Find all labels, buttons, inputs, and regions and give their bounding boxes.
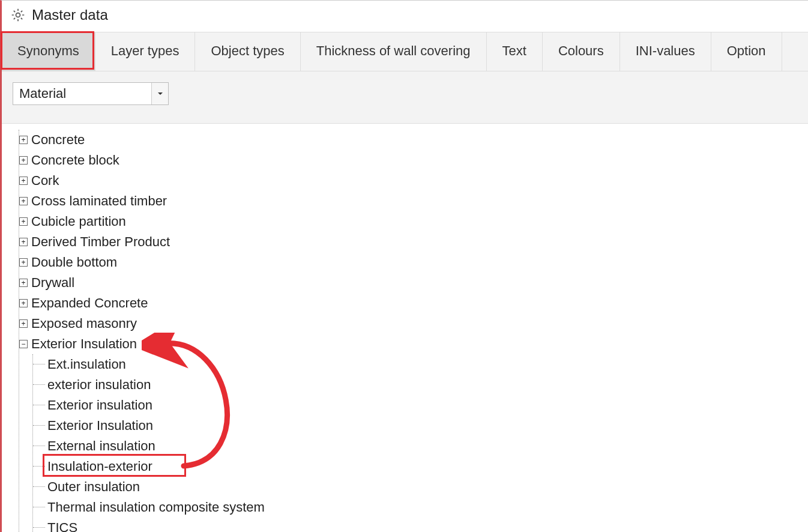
- tree-node-label: Cross laminated timber: [30, 191, 168, 211]
- tree-child-item[interactable]: TICS: [33, 518, 808, 532]
- collapse-icon[interactable]: −: [19, 340, 28, 348]
- tree-child-item[interactable]: exterior insulation: [33, 375, 808, 395]
- material-tree: +Concrete+Concrete block+Cork+Cross lami…: [19, 130, 808, 532]
- tree-child-item[interactable]: Ext.insulation: [33, 354, 808, 375]
- tree-node-label: Cork: [30, 171, 60, 191]
- tab-text[interactable]: Text: [487, 32, 543, 71]
- tree-node-label: Cubicle partition: [30, 211, 127, 232]
- tree-item[interactable]: +Cross laminated timber: [19, 191, 808, 211]
- master-data-window: Master data SynonymsLayer typesObject ty…: [0, 0, 808, 532]
- tree-node-label: Ext.insulation: [46, 354, 127, 375]
- tree-node-label: Thermal insulation composite system: [46, 497, 266, 518]
- tree-item[interactable]: +Concrete: [19, 130, 808, 150]
- tree-node-label: Derived Timber Product: [30, 232, 171, 252]
- tab-label: Colours: [558, 43, 604, 58]
- tree-area: +Concrete+Concrete block+Cork+Cross lami…: [2, 124, 808, 532]
- tab-label: Text: [502, 43, 526, 58]
- tree-item[interactable]: +Derived Timber Product: [19, 232, 808, 252]
- tree-child-item[interactable]: External insulation: [33, 436, 808, 456]
- tree-item[interactable]: +Expanded Concrete: [19, 293, 808, 313]
- tab-option[interactable]: Option: [711, 32, 782, 71]
- tree-node-label: Outer insulation: [46, 477, 141, 497]
- tree-node-label: Concrete block: [30, 150, 121, 171]
- tree-item[interactable]: +Drywall: [19, 273, 808, 293]
- tree-child-item[interactable]: Exterior insulation: [33, 395, 808, 416]
- tree-node-label: Expanded Concrete: [30, 293, 149, 313]
- titlebar: Master data: [2, 1, 808, 32]
- tree-node-label: Insulation-exterior: [46, 456, 154, 477]
- tree-node-label: Drywall: [30, 273, 76, 293]
- tab-ini-values[interactable]: INI-values: [620, 32, 711, 71]
- tree-node-label: Exposed masonry: [30, 313, 138, 334]
- tab-label: Option: [727, 43, 766, 58]
- tree-node-label: TICS: [46, 518, 79, 532]
- tree-children: Ext.insulationexterior insulationExterio…: [32, 354, 808, 532]
- tree-item[interactable]: +Exposed masonry: [19, 313, 808, 334]
- tree-item[interactable]: +Double bottom: [19, 252, 808, 273]
- tab-thickness-of-wall-covering[interactable]: Thickness of wall covering: [301, 32, 487, 71]
- gear-icon: [10, 7, 26, 23]
- material-filter-value: Material: [13, 83, 151, 104]
- tree-child-item[interactable]: Insulation-exterior: [33, 456, 808, 477]
- tab-object-types[interactable]: Object types: [195, 32, 300, 71]
- material-filter-combo[interactable]: Material: [13, 82, 169, 105]
- tab-label: Object types: [211, 43, 284, 58]
- tab-layer-types[interactable]: Layer types: [95, 32, 196, 71]
- tab-colours[interactable]: Colours: [543, 32, 620, 71]
- tree-item[interactable]: −Exterior Insulation: [19, 334, 808, 354]
- tree-child-item[interactable]: Thermal insulation composite system: [33, 497, 808, 518]
- tab-synonyms[interactable]: Synonyms: [2, 32, 95, 71]
- tree-node-label: Exterior insulation: [46, 395, 154, 416]
- tab-label: Layer types: [111, 43, 179, 58]
- filterbar: Material: [2, 71, 808, 124]
- tree-node-label: Exterior Insulation: [30, 334, 138, 354]
- tree-node-label: Double bottom: [30, 252, 118, 273]
- tree-item[interactable]: +Concrete block: [19, 150, 808, 171]
- tree-node-label: exterior insulation: [46, 375, 152, 395]
- tree-child-item[interactable]: Outer insulation: [33, 477, 808, 497]
- tab-label: Synonyms: [17, 43, 79, 58]
- tree-child-item[interactable]: Exterior Insulation: [33, 416, 808, 436]
- tree-node-label: Concrete: [30, 130, 86, 150]
- tree-node-label: External insulation: [46, 436, 157, 456]
- tab-label: Thickness of wall covering: [316, 43, 471, 58]
- tree-item[interactable]: +Cubicle partition: [19, 211, 808, 232]
- dropdown-button[interactable]: [151, 83, 168, 104]
- tree-node-label: Exterior Insulation: [46, 416, 154, 436]
- svg-point-0: [16, 13, 20, 17]
- tree-item[interactable]: +Cork: [19, 171, 808, 191]
- tab-label: INI-values: [636, 43, 695, 58]
- window-title: Master data: [32, 7, 108, 23]
- tabs-container: SynonymsLayer typesObject typesThickness…: [2, 32, 808, 71]
- tabs: SynonymsLayer typesObject typesThickness…: [2, 32, 808, 71]
